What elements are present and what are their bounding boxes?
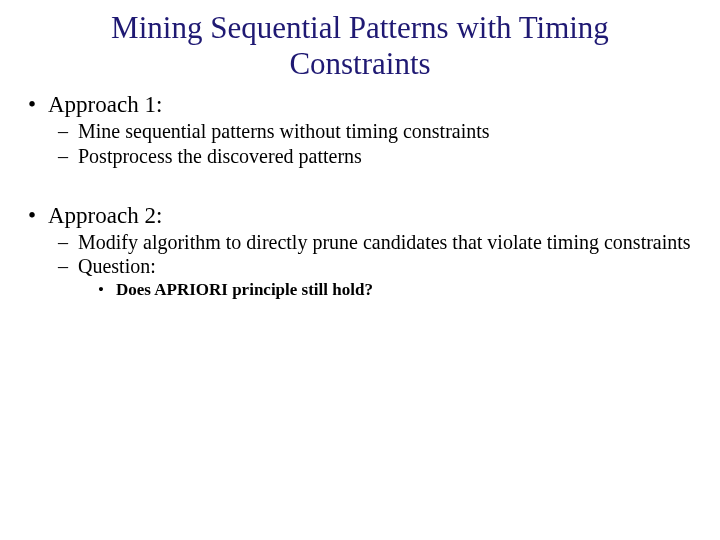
- approach-2-sub-2: Question:: [56, 255, 694, 279]
- approach-1-sub-2: Postprocess the discovered patterns: [56, 145, 694, 169]
- approach-2-heading: Approach 2:: [26, 202, 694, 229]
- spacer: [26, 170, 694, 200]
- approach-2-sub-2a: Does APRIORI principle still hold?: [96, 280, 694, 300]
- approach-1-heading: Approach 1:: [26, 91, 694, 118]
- slide-content: Approach 1: Mine sequential patterns wit…: [0, 91, 720, 300]
- approach-1-sub-1: Mine sequential patterns without timing …: [56, 120, 694, 144]
- approach-2-sub-1: Modify algorithm to directly prune candi…: [56, 231, 694, 255]
- slide: Mining Sequential Patterns with Timing C…: [0, 0, 720, 540]
- slide-title: Mining Sequential Patterns with Timing C…: [40, 10, 680, 81]
